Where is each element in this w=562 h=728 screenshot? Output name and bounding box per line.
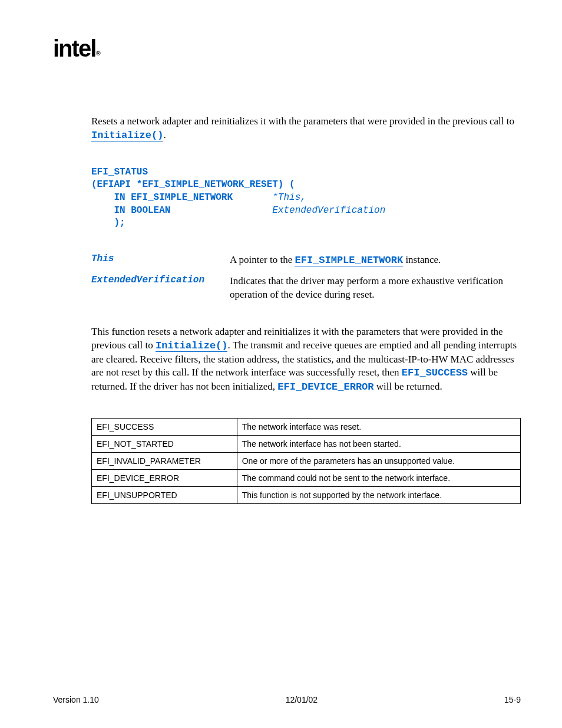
status-code: EFI_INVALID_PARAMETER [92, 453, 237, 470]
intel-logo: intel® [53, 35, 99, 62]
param-row: ExtendedVerification Indicates that the … [91, 275, 521, 302]
summary-text-2: . [163, 129, 166, 140]
table-row: EFI_DEVICE_ERROR The command could not b… [92, 470, 521, 487]
param-name-extended: ExtendedVerification [91, 275, 230, 285]
summary-text-1: Resets a network adapter and reinitializ… [91, 116, 514, 127]
code-line-2: (EFIAPI *EFI_SIMPLE_NETWORK_RESET) ( [91, 179, 295, 190]
efi-simple-network-link[interactable]: EFI_SIMPLE_NETWORK [295, 255, 403, 266]
footer-page: 15-9 [504, 695, 521, 704]
status-desc: The command could not be sent to the net… [237, 470, 520, 487]
efi-success-code: EFI_SUCCESS [402, 367, 468, 378]
footer-version: Version 1.10 [53, 695, 99, 704]
prototype-code: EFI_STATUS (EFIAPI *EFI_SIMPLE_NETWORK_R… [91, 166, 521, 230]
status-code: EFI_DEVICE_ERROR [92, 470, 237, 487]
param-desc-post: instance. [403, 254, 441, 265]
status-codes-table: EFI_SUCCESS The network interface was re… [91, 418, 521, 504]
code-line-1: EFI_STATUS [91, 167, 148, 177]
status-desc: The network interface was reset. [237, 419, 520, 436]
table-row: EFI_INVALID_PARAMETER One or more of the… [92, 453, 521, 470]
status-desc: The network interface has not been start… [237, 436, 520, 453]
param-desc-this: A pointer to the EFI_SIMPLE_NETWORK inst… [230, 253, 521, 268]
code-line-3a: IN EFI_SIMPLE_NETWORK [91, 192, 272, 203]
summary-paragraph: Resets a network adapter and reinitializ… [91, 115, 521, 143]
status-code: EFI_NOT_STARTED [92, 436, 237, 453]
code-line-4a: IN BOOLEAN [91, 205, 272, 216]
footer-date: 12/01/02 [286, 695, 318, 704]
param-name-this: This [91, 253, 230, 264]
status-code: EFI_UNSUPPORTED [92, 487, 237, 504]
page-container: intel® Resets a network adapter and rein… [0, 0, 562, 728]
efi-device-error-code: EFI_DEVICE_ERROR [277, 381, 373, 393]
desc-t4: will be returned. [374, 381, 442, 392]
page-footer: Version 1.10 12/01/02 15-9 [53, 695, 521, 704]
code-line-5: ); [91, 218, 125, 228]
code-line-3b: *This, [272, 192, 306, 203]
status-code: EFI_SUCCESS [92, 419, 237, 436]
param-row: This A pointer to the EFI_SIMPLE_NETWORK… [91, 253, 521, 268]
table-row: EFI_NOT_STARTED The network interface ha… [92, 436, 521, 453]
table-row: EFI_UNSUPPORTED This function is not sup… [92, 487, 521, 504]
param-desc-pre: A pointer to the [230, 254, 295, 265]
parameters-section: This A pointer to the EFI_SIMPLE_NETWORK… [91, 253, 521, 302]
status-desc: This function is not supported by the ne… [237, 487, 520, 504]
table-row: EFI_SUCCESS The network interface was re… [92, 419, 521, 436]
content-area: Resets a network adapter and reinitializ… [53, 115, 521, 504]
code-line-4b: ExtendedVerification [272, 205, 385, 216]
description-paragraph: This function resets a network adapter a… [91, 325, 521, 395]
initialize-link-2[interactable]: Initialize() [156, 340, 227, 352]
param-desc-extended: Indicates that the driver may perform a … [230, 275, 521, 302]
status-desc: One or more of the parameters has an uns… [237, 453, 520, 470]
initialize-link[interactable]: Initialize() [91, 130, 163, 141]
